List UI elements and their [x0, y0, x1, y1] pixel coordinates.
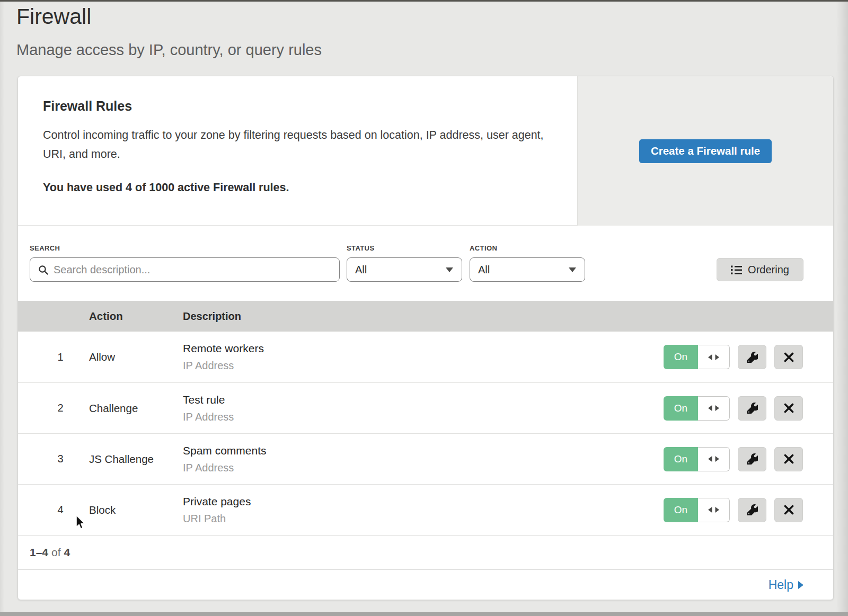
toggle-on-segment[interactable]: On: [664, 447, 698, 471]
left-right-arrows-icon: [708, 506, 720, 513]
rule-enabled-toggle[interactable]: On: [664, 447, 730, 471]
chevron-down-icon: [446, 267, 453, 272]
rule-controls: On: [575, 498, 833, 522]
toggle-on-segment[interactable]: On: [664, 396, 698, 421]
chevron-right-icon: [798, 581, 803, 589]
search-label: SEARCH: [30, 244, 340, 252]
help-link[interactable]: Help: [768, 578, 803, 592]
table-row: 2 Challenge Test rule IP Address On: [18, 382, 833, 433]
table-row: 1 Allow Remote workers IP Address On: [18, 332, 833, 382]
toggle-arrows-segment[interactable]: [698, 345, 730, 369]
wrench-icon: [747, 504, 758, 515]
left-right-arrows-icon: [708, 405, 720, 412]
pagination: 1–4 of 4: [18, 535, 833, 569]
rule-description: Spam comments: [183, 444, 575, 457]
delete-rule-button[interactable]: [774, 345, 803, 369]
close-icon: [784, 454, 794, 464]
filters-bar: SEARCH STATUS All ACTION All: [18, 226, 833, 301]
wrench-icon: [747, 352, 758, 363]
rule-enabled-toggle[interactable]: On: [664, 345, 730, 369]
rule-description: Remote workers: [183, 342, 575, 355]
create-rule-panel: Create a Firewall rule: [577, 76, 833, 226]
rule-controls: On: [575, 447, 833, 471]
close-icon: [784, 505, 794, 515]
rule-description-cell: Private pages URI Path: [183, 495, 575, 525]
rule-priority: 3: [18, 453, 89, 465]
page-title: Firewall: [16, 4, 91, 29]
page-subtitle: Manage access by IP, country, or query r…: [16, 41, 322, 59]
rule-priority: 4: [18, 504, 89, 516]
rule-action: Challenge: [89, 402, 183, 415]
rule-description: Test rule: [183, 394, 575, 406]
rule-match-field: IP Address: [183, 411, 575, 423]
delete-rule-button[interactable]: [774, 447, 803, 471]
chevron-down-icon: [569, 267, 576, 272]
wrench-icon: [747, 453, 758, 465]
search-icon: [38, 264, 49, 276]
pagination-of: of: [51, 546, 61, 559]
card-description: Control incoming traffic to your zone by…: [43, 126, 546, 164]
rule-enabled-toggle[interactable]: On: [664, 498, 730, 522]
column-header-action: Action: [89, 310, 183, 323]
rules-table-body: 1 Allow Remote workers IP Address On: [18, 332, 833, 535]
left-right-arrows-icon: [708, 456, 720, 462]
rule-action: JS Challenge: [89, 453, 183, 466]
delete-rule-button[interactable]: [774, 396, 803, 421]
rule-description-cell: Test rule IP Address: [183, 394, 575, 423]
status-filter-group: STATUS All: [347, 244, 462, 282]
window-top-edge: [0, 0, 848, 2]
card-header: Firewall Rules Control incoming traffic …: [18, 76, 833, 226]
left-right-arrows-icon: [708, 354, 720, 361]
help-link-label: Help: [768, 578, 793, 592]
window-bottom-edge: [0, 612, 848, 616]
table-row: 4 Block Private pages URI Path On: [18, 484, 833, 535]
card-heading: Firewall Rules: [43, 99, 578, 114]
help-row: Help: [18, 569, 833, 600]
action-label: ACTION: [470, 244, 585, 252]
rule-match-field: IP Address: [183, 360, 575, 372]
status-select-value: All: [355, 264, 367, 276]
table-row: 3 JS Challenge Spam comments IP Address …: [18, 433, 833, 484]
search-box: [30, 257, 340, 282]
rule-description: Private pages: [183, 495, 575, 508]
edit-rule-button[interactable]: [738, 498, 766, 522]
create-firewall-rule-button[interactable]: Create a Firewall rule: [639, 139, 772, 163]
toggle-arrows-segment[interactable]: [698, 498, 730, 522]
wrench-icon: [747, 403, 758, 414]
status-select[interactable]: All: [347, 257, 462, 282]
search-input[interactable]: [30, 257, 340, 282]
toggle-on-segment[interactable]: On: [664, 498, 698, 522]
ordering-button[interactable]: Ordering: [717, 258, 803, 281]
window-left-edge: [0, 0, 4, 616]
rule-enabled-toggle[interactable]: On: [664, 396, 730, 421]
action-filter-group: ACTION All: [470, 244, 585, 282]
rule-match-field: IP Address: [183, 462, 575, 474]
toggle-on-segment[interactable]: On: [664, 345, 698, 369]
edit-rule-button[interactable]: [738, 345, 766, 369]
rule-action: Block: [89, 504, 183, 516]
rule-priority: 2: [18, 402, 89, 414]
toggle-arrows-segment[interactable]: [698, 396, 730, 421]
ordering-button-label: Ordering: [748, 264, 789, 276]
action-select[interactable]: All: [470, 257, 585, 282]
edit-rule-button[interactable]: [738, 447, 766, 471]
firewall-rules-card: Firewall Rules Control incoming traffic …: [17, 76, 834, 600]
rule-controls: On: [575, 345, 833, 369]
rule-controls: On: [575, 396, 833, 421]
window-right-edge: [836, 0, 848, 616]
status-label: STATUS: [347, 244, 462, 252]
search-filter-group: SEARCH: [30, 244, 340, 282]
table-header: Action Description: [18, 301, 833, 332]
rule-priority: 1: [18, 351, 89, 363]
delete-rule-button[interactable]: [774, 498, 803, 522]
rule-description-cell: Remote workers IP Address: [183, 342, 575, 372]
toggle-arrows-segment[interactable]: [698, 447, 730, 471]
rule-match-field: URI Path: [183, 513, 575, 525]
list-icon: [731, 265, 742, 275]
pagination-total: 4: [64, 546, 70, 559]
rule-action: Allow: [89, 351, 183, 363]
action-select-value: All: [478, 264, 490, 276]
edit-rule-button[interactable]: [738, 396, 766, 421]
column-header-description: Description: [183, 310, 575, 323]
usage-text: You have used 4 of 1000 active Firewall …: [43, 181, 578, 194]
